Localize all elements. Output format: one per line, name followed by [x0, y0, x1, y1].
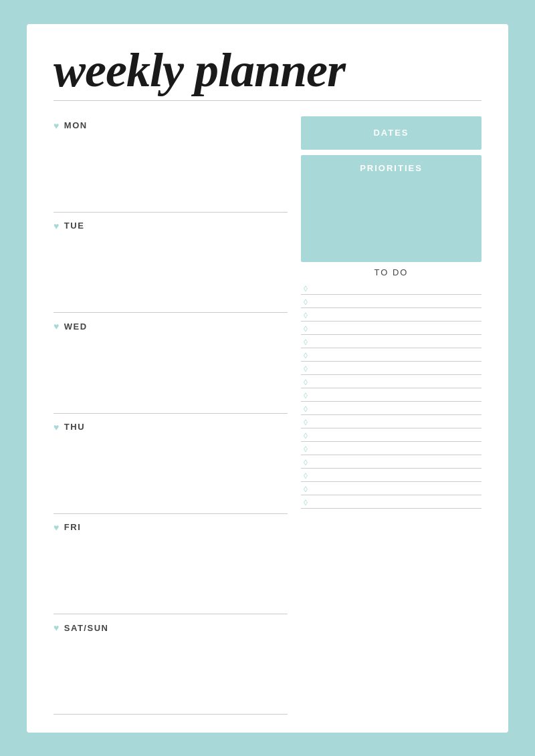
todo-line-9	[314, 395, 481, 396]
todo-line-7	[314, 368, 481, 369]
diamond-icon-3: ◊	[301, 311, 310, 320]
todo-item-1[interactable]: ◊	[301, 281, 481, 295]
day-text-tue: TUE	[64, 221, 85, 231]
diamond-icon-14: ◊	[301, 458, 310, 467]
day-separator-thu	[54, 513, 288, 514]
todo-item-16[interactable]: ◊	[301, 482, 481, 495]
todo-line-1	[314, 288, 481, 289]
todo-line-16	[314, 489, 481, 489]
content-area: ♥ MON ♥ TUE ♥ WED	[54, 116, 481, 719]
day-text-sat-sun: SAT/SUN	[64, 623, 109, 633]
diamond-icon-4: ◊	[301, 324, 310, 334]
heart-icon-wed: ♥	[54, 321, 60, 332]
todo-line-12	[314, 435, 481, 436]
todo-section: TO DO ◊ ◊ ◊ ◊	[301, 267, 481, 719]
day-separator-sat-sun	[54, 714, 288, 715]
heart-icon-mon: ♥	[54, 120, 60, 131]
day-label-mon: ♥ MON	[54, 120, 288, 131]
title-divider	[54, 100, 481, 101]
diamond-icon-5: ◊	[301, 338, 310, 347]
day-text-wed: WED	[64, 322, 88, 332]
day-lines-sat-sun	[54, 636, 288, 715]
day-label-fri: ♥ FRI	[54, 522, 288, 533]
day-separator-wed	[54, 413, 288, 414]
diamond-icon-10: ◊	[301, 404, 310, 414]
day-section-fri: ♥ FRI	[54, 518, 288, 618]
day-label-tue: ♥ TUE	[54, 221, 288, 231]
todo-item-6[interactable]: ◊	[301, 348, 481, 362]
todo-item-5[interactable]: ◊	[301, 335, 481, 348]
diamond-icon-11: ◊	[301, 418, 310, 427]
day-separator-tue	[54, 312, 288, 313]
heart-icon-sat-sun: ♥	[54, 622, 60, 633]
todo-line-15	[314, 475, 481, 476]
day-separator-fri	[54, 614, 288, 614]
day-lines-mon	[54, 134, 288, 213]
heart-icon-tue: ♥	[54, 221, 60, 231]
day-text-fri: FRI	[64, 522, 81, 532]
diamond-icon-6: ◊	[301, 351, 310, 360]
todo-line-8	[314, 382, 481, 382]
diamond-icon-2: ◊	[301, 297, 310, 307]
diamond-icon-17: ◊	[301, 498, 310, 507]
dates-label: DATES	[373, 128, 409, 138]
day-lines-wed	[54, 334, 288, 413]
todo-item-17[interactable]: ◊	[301, 495, 481, 509]
todo-item-4[interactable]: ◊	[301, 322, 481, 335]
todo-line-11	[314, 422, 481, 422]
todo-item-9[interactable]: ◊	[301, 388, 481, 402]
diamond-icon-15: ◊	[301, 471, 310, 481]
todo-item-3[interactable]: ◊	[301, 308, 481, 322]
todo-title: TO DO	[301, 267, 481, 277]
todo-line-10	[314, 408, 481, 409]
day-separator-mon	[54, 212, 288, 213]
day-section-tue: ♥ TUE	[54, 217, 288, 317]
todo-list: ◊ ◊ ◊ ◊ ◊	[301, 281, 481, 719]
day-label-wed: ♥ WED	[54, 321, 288, 332]
todo-item-15[interactable]: ◊	[301, 469, 481, 482]
diamond-icon-16: ◊	[301, 485, 310, 494]
diamond-icon-9: ◊	[301, 391, 310, 400]
day-text-mon: MON	[64, 120, 88, 130]
day-lines-tue	[54, 234, 288, 313]
planner-container: weekly planner ♥ MON ♥ TUE	[27, 24, 508, 733]
todo-line-14	[314, 462, 481, 463]
day-section-wed: ♥ WED	[54, 317, 288, 417]
title-section: weekly planner	[54, 44, 481, 110]
todo-line-3	[314, 315, 481, 316]
day-section-mon: ♥ MON	[54, 116, 288, 217]
day-label-thu: ♥ THU	[54, 422, 288, 432]
priorities-box: PRIORITIES	[301, 155, 481, 262]
day-lines-fri	[54, 535, 288, 614]
todo-item-7[interactable]: ◊	[301, 362, 481, 375]
todo-line-6	[314, 355, 481, 356]
day-text-thu: THU	[64, 422, 85, 432]
heart-icon-fri: ♥	[54, 522, 60, 533]
right-column: DATES PRIORITIES TO DO ◊ ◊ ◊	[301, 116, 481, 719]
todo-item-8[interactable]: ◊	[301, 375, 481, 388]
page-title: weekly planner	[54, 44, 481, 97]
heart-icon-thu: ♥	[54, 422, 60, 432]
todo-item-14[interactable]: ◊	[301, 455, 481, 469]
todo-item-10[interactable]: ◊	[301, 402, 481, 415]
todo-item-13[interactable]: ◊	[301, 442, 481, 455]
todo-line-17	[314, 502, 481, 503]
diamond-icon-13: ◊	[301, 445, 310, 454]
priorities-label: PRIORITIES	[360, 163, 423, 173]
dates-box: DATES	[301, 116, 481, 150]
days-column: ♥ MON ♥ TUE ♥ WED	[54, 116, 288, 719]
todo-item-12[interactable]: ◊	[301, 428, 481, 442]
diamond-icon-8: ◊	[301, 378, 310, 387]
day-label-sat-sun: ♥ SAT/SUN	[54, 622, 288, 633]
day-section-sat-sun: ♥ SAT/SUN	[54, 618, 288, 719]
day-section-thu: ♥ THU	[54, 418, 288, 518]
diamond-icon-1: ◊	[301, 284, 310, 293]
todo-line-2	[314, 301, 481, 302]
diamond-icon-7: ◊	[301, 364, 310, 374]
todo-line-13	[314, 449, 481, 449]
todo-item-11[interactable]: ◊	[301, 415, 481, 428]
diamond-icon-12: ◊	[301, 431, 310, 440]
todo-line-5	[314, 342, 481, 342]
day-lines-thu	[54, 435, 288, 514]
todo-item-2[interactable]: ◊	[301, 295, 481, 308]
